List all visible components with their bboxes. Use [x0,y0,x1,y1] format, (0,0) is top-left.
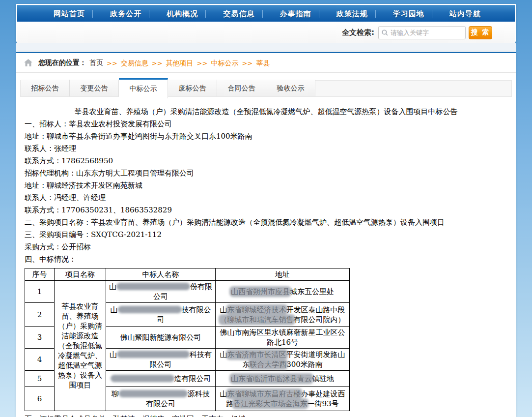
cell-text: 镇驻地 [312,374,334,383]
winner-cell: 山份有限公司 [106,281,216,303]
breadcrumb-home-link[interactable]: 首页 [89,59,103,67]
project-name-cell: 莘县农业育苗、养殖场（户）采购清洁能源改造（全预混低氮冷凝燃气炉、超低温空气源热… [55,281,106,411]
cell-text: 佛山聚阳新能源有限公司 [120,333,201,342]
address-cell: 山西省朔州市应县城东五公里处 [216,281,350,303]
winner-cell: 山技有限公司 [106,303,216,327]
article-line: 四、中标情况： [25,253,507,266]
search-icon [382,30,388,36]
redaction-blob [116,283,190,290]
search-label: 全文检索: [342,28,374,37]
breadcrumb-link[interactable]: 莘县 [256,59,270,67]
article-line: 地址：聊城经济技术开发区南苑新城 [25,179,507,192]
article-line: 招标代理机构：山东东方明大工程项目管理有限公司 [25,167,507,179]
announcement-title: 莘县农业育苗、养殖场（户）采购清洁能源改造（全预混低氮冷凝燃气炉、超低温空气源热… [25,106,507,118]
address-cell: 山东省聊城市东昌府古楼办事处建设西路香江光彩大市场金海东一街93号 [216,387,350,411]
cell-text: 造有限公司 [174,374,211,383]
article-line: 联系方式：17706350231、18663532829 [25,204,507,216]
winner-cell: 山科技有限公司 [106,349,216,371]
cell-text: 山 [110,350,117,359]
address-cell: 山东省临沂市临沭县青云镇驻地 [216,371,350,387]
article-line: 三、采购项目编号：SXQTCG-2021-112 [25,229,507,241]
redaction-blob [118,306,182,313]
article-line: 联系人：冯经理、许经理 [25,192,507,204]
cell-text: 聊 [112,389,119,398]
seq-cell: 5 [25,371,55,387]
tab-合同公告[interactable]: 合同公告 [217,80,266,96]
committee-names: 孙其波、温继康、窦洪国、于志友、杨斌。 [113,415,253,417]
cell-text: 一街93号 [307,399,338,408]
redacted-text: 香江光彩大市场金海东 [233,399,307,409]
article-line: 联系方式：17862568950 [25,155,507,167]
table-header-cell: 序号 [25,268,55,281]
breadcrumb-links: >>交易信息>>其他项目>>中标公示>>莘县 [103,58,270,68]
redacted-text: 东省聊城市东昌府古楼 [227,389,301,399]
site-header: 网站首页政务公开机构概况交易信息办事指南政策法规学习园地站内导航 全文检索: 搜… [16,4,516,43]
cell-text: 300米路南 [286,360,323,369]
redacted-text: （聊城市和瑞汽车销售 [220,315,294,325]
table-row: 1莘县农业育苗、养殖场（户）采购清洁能源改造（全预混低氮冷凝燃气炉、超低温空气源… [25,281,350,303]
redacted-text: 东省聊城经济技术 [227,305,286,315]
article-line: 二、采购项目名称：莘县农业育苗、养殖场（户）采购清洁能源改造（全预混低氮冷凝燃气… [25,216,507,229]
header-content-gap [16,43,516,52]
breadcrumb-link[interactable]: 其他项目 [166,59,194,67]
redaction-blob [111,375,174,382]
article-line: 地址：聊城市莘县东鲁街道办事处鸿图街与东升路交叉口东100米路南 [25,130,507,143]
breadcrumb-separator: >> [107,60,117,67]
table-header-cell: 地址 [216,268,350,281]
tab-变更公告[interactable]: 变更公告 [70,80,119,96]
table-header-cell: 项目名称 [55,268,106,281]
home-icon [24,59,32,66]
table-header-cell: 中标人名称 [106,268,216,281]
article-line: 联系人：张经理 [25,143,507,155]
page-column: 网站首页政务公开机构概况交易信息办事指南政策法规学习园地站内导航 全文检索: 搜… [16,0,516,417]
breadcrumb-label: 您现在的位置： [38,59,86,67]
seq-cell: 3 [25,327,55,349]
cell-text: 山 [109,282,116,291]
nav-item-5[interactable]: 办事指南 [273,6,318,22]
tab-中标公示[interactable]: 中标公示 [119,78,168,98]
redacted-text: 联合大学西 [250,359,286,369]
nav-item-4[interactable]: 交易信息 [216,6,261,22]
winner-cell: 聊源科技有限公司 [106,387,216,411]
address-cell: 山东省聊城经济技术开发区泰山路中段（聊城市和瑞汽车销售有限公司院内） [216,303,350,327]
tab-bar: 招标公告变更公告中标公示废标公告合同公告验收公示 [20,80,512,97]
committee-line: 五、评标委员会成员名单：孙其波、温继康、窦洪国、于志友、杨斌。 [25,413,507,417]
committee-label: 五、评标委员会成员名单： [25,415,113,417]
breadcrumb-link[interactable]: 中标公示 [211,59,238,67]
nav-item-6[interactable]: 政策法规 [330,6,375,22]
nav-item-7[interactable]: 学习园地 [386,6,431,22]
search-row: 全文检索: 搜 索 [17,22,515,43]
article-line: 一、招标人：莘县农业农村投资发展有限公司 [25,118,507,130]
search-button[interactable]: 搜 索 [469,26,492,39]
search-box[interactable] [378,26,466,39]
nav-item-2[interactable]: 政务公开 [103,6,148,22]
address-cell: 山东省济南市长清区平安街道明发路山东联合大学西300米路南 [216,349,350,371]
cell-text: 佛山市南海区里水镇麻奢新星工业区公路北16号 [220,328,345,347]
announcement-article: 莘县农业育苗、养殖场（户）采购清洁能源改造（全预混低氮冷凝燃气炉、超低温空气源热… [16,97,516,417]
cell-text: 山 [220,350,227,359]
cell-text: 城东五公里处 [290,287,334,296]
tab-招标公告[interactable]: 招标公告 [21,80,70,96]
seq-cell: 6 [25,387,55,411]
tab-验收公示[interactable]: 验收公示 [266,80,315,96]
search-input[interactable] [391,29,462,36]
breadcrumb: 您现在的位置： 首页 >>交易信息>>其他项目>>中标公示>>莘县 [16,53,516,73]
breadcrumb-separator: >> [152,60,163,67]
article-line: 采购方式：公开招标 [25,241,507,253]
redacted-text: 山西省朔州市应县 [231,287,290,297]
breadcrumb-link[interactable]: 交易信息 [121,59,148,67]
seq-cell: 1 [25,281,55,303]
redaction-blob [119,390,188,397]
table-header-row: 序号项目名称中标人名称地址 [25,268,350,281]
nav-item-1[interactable]: 网站首页 [47,6,92,22]
redacted-text: 山东省临沂市临沭县青云 [231,374,312,384]
tab-废标公告[interactable]: 废标公告 [168,80,217,96]
nav-item-3[interactable]: 机构概况 [160,6,205,22]
breadcrumb-separator: >> [242,60,252,67]
nav-item-8[interactable]: 站内导航 [443,6,488,22]
seq-cell: 2 [25,303,55,327]
redacted-text: 东省济南市长清区 [227,350,286,359]
breadcrumb-separator: >> [197,60,208,67]
redaction-blob [117,351,190,358]
cell-text: 开发区泰山路中段 [286,305,345,314]
